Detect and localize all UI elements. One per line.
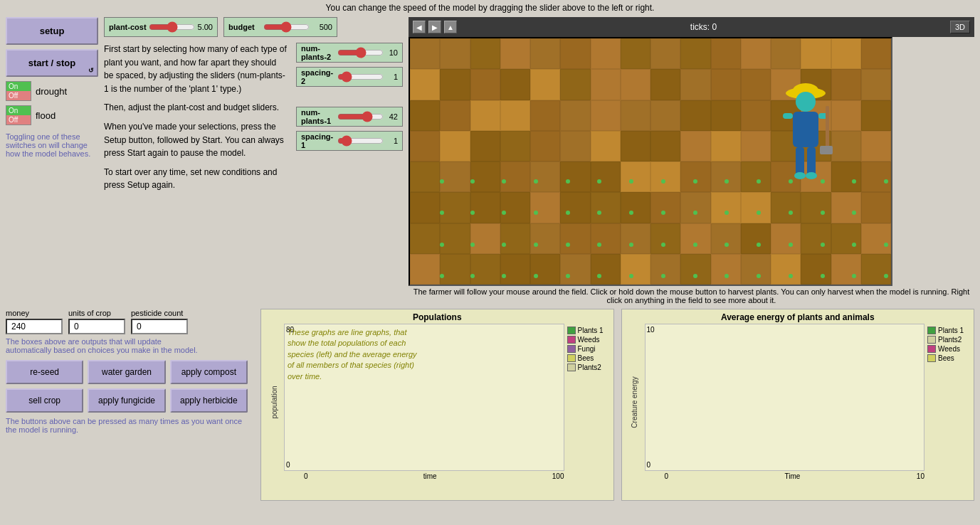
sim-3d-button[interactable]: 3D (950, 21, 970, 33)
water-garden-button[interactable]: water garden (88, 360, 165, 384)
drought-toggle[interactable]: On Off (6, 81, 31, 101)
num-plants2-slider[interactable] (337, 47, 384, 58)
apply-fungicide-button[interactable]: apply fungicide (88, 388, 165, 413)
sim-back-button[interactable]: ◀ (413, 21, 426, 33)
svg-rect-3 (793, 112, 818, 147)
energy-x-label: Time (785, 472, 801, 480)
svg-rect-4 (783, 113, 793, 119)
energy-legend: Plants 1Plants2WeedsBees (924, 324, 971, 480)
sim-controls: ◀ ▶ ▲ (413, 21, 457, 33)
plant-dot (597, 179, 601, 184)
plant-cost-slider[interactable] (149, 21, 195, 33)
plant-dot (852, 211, 856, 215)
num-plants2-value: 10 (384, 48, 398, 57)
num-plants1-label: num-plants-1 (301, 108, 337, 125)
plant-dot (534, 243, 538, 247)
plant-dot (566, 211, 570, 215)
desc-para1: First start by selecting how many of eac… (104, 43, 288, 95)
drought-label: drought (36, 86, 67, 97)
plant-dot (693, 274, 697, 278)
energy-y-axis: Creature energy (625, 324, 645, 480)
budget-slider[interactable] (263, 21, 310, 33)
plant-dot (661, 211, 665, 215)
plant-dot (757, 274, 761, 278)
sell-crop-button[interactable]: sell crop (6, 388, 83, 413)
legend-item: Bees (927, 354, 971, 362)
mid-column: plant-cost 5.00 budget 500 First start b… (104, 17, 403, 306)
populations-y-axis: population (264, 324, 284, 480)
bottom-left: money 240 units of crop 0 pesticide coun… (6, 309, 255, 501)
spacing2-label: spacing-2 (301, 68, 337, 85)
description-block: First start by selecting how many of eac… (104, 43, 288, 192)
money-output: money 240 (6, 309, 63, 334)
graphs-wrapper: Populations population 80 0 These graphs… (260, 309, 974, 501)
plant-dot (725, 179, 729, 184)
start-stop-button[interactable]: start / stop ↺ (6, 49, 98, 77)
simulation-column: ◀ ▶ ▲ ticks: 0 3D (409, 17, 974, 306)
svg-rect-6 (826, 106, 829, 149)
toggle-on-label2: On (6, 106, 31, 115)
sim-up-button[interactable]: ▲ (444, 21, 457, 33)
plant-dot (470, 211, 475, 215)
outputs-hint: The boxes above are outputs that will up… (6, 337, 205, 354)
toggle-off-label: Off (6, 91, 31, 100)
energy-x-max: 10 (917, 472, 924, 480)
sim-play-button[interactable]: ▶ (428, 21, 441, 33)
plant-dot (884, 243, 888, 247)
populations-y-label: population (270, 386, 278, 418)
plant-dot (821, 243, 825, 247)
spacing2-value: 1 (384, 73, 398, 81)
desc-para2: Then, adjust the plant-cost and budget s… (104, 101, 288, 115)
plant-dot (884, 274, 888, 278)
plant-dot (534, 179, 538, 184)
money-label: money (6, 309, 63, 317)
plant-dot (597, 211, 601, 215)
plant-dot (566, 274, 570, 278)
flood-toggle[interactable]: On Off (6, 105, 31, 125)
populations-inner: population 80 0 These graphs are line gr… (264, 324, 611, 480)
desc-para3: When you've made your selections, press … (104, 120, 288, 160)
plant-dot (693, 243, 697, 247)
legend-item: Bees (567, 354, 611, 362)
svg-point-11 (806, 172, 817, 179)
plant-dot (470, 243, 475, 247)
energy-title: Average energy of plants and animals (625, 312, 971, 322)
toggle-on-label: On (6, 82, 31, 91)
populations-plot[interactable]: 80 0 These graphs are line graphs, that … (284, 324, 564, 471)
plant-dot (502, 179, 506, 184)
svg-point-2 (796, 92, 816, 112)
apply-herbicide-button[interactable]: apply herbicide (170, 388, 248, 413)
page-wrapper: You can change the speed of the model by… (0, 0, 980, 502)
units-value: 0 (68, 319, 125, 334)
plant-cost-slider-widget: plant-cost 5.00 (104, 17, 218, 37)
header-instruction: You can change the speed of the model by… (0, 0, 980, 16)
energy-plot[interactable]: 10 0 (645, 324, 925, 471)
legend-item: Weeds (567, 336, 611, 344)
plant-dot (789, 211, 793, 215)
plant-dot (629, 179, 633, 184)
plant-dot (693, 211, 697, 215)
spacing2-slider[interactable] (337, 71, 384, 83)
plant-dot (502, 274, 506, 278)
plant-dot (440, 274, 444, 278)
units-label: units of crop (68, 309, 125, 317)
farmer-figure (777, 78, 834, 191)
plant-dot (534, 211, 538, 215)
farm-canvas[interactable] (409, 37, 892, 286)
plant-dot (629, 274, 633, 278)
spacing2-slider-widget: spacing-2 1 (296, 67, 403, 87)
num-plants2-slider-widget: num-plants-2 10 (296, 43, 403, 63)
setup-button[interactable]: setup (6, 17, 98, 45)
energy-y-max: 10 (647, 326, 655, 334)
spacing1-slider[interactable] (337, 135, 384, 147)
legend-item: Plants 1 (567, 327, 611, 334)
num-plants1-slider[interactable] (337, 111, 384, 122)
toggle-hint: Toggling one of these switches on will c… (6, 132, 98, 158)
bottom-row: money 240 units of crop 0 pesticide coun… (0, 307, 980, 502)
reseed-button[interactable]: re-seed (6, 360, 83, 384)
plant-dot (440, 211, 444, 215)
apply-compost-button[interactable]: apply compost (170, 360, 248, 384)
right-sliders-column: num-plants-2 10 spacing-2 1 num-plants-1… (296, 43, 403, 192)
pesticide-label: pesticide count (131, 309, 188, 317)
sim-header: ◀ ▶ ▲ ticks: 0 3D (409, 17, 974, 37)
